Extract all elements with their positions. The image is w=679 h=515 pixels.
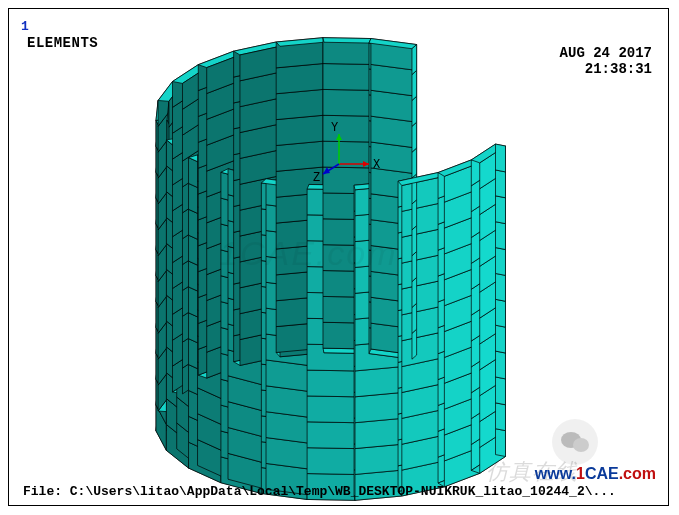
mesh-element xyxy=(496,196,506,224)
mesh-element xyxy=(412,122,417,152)
mesh-element xyxy=(276,115,323,145)
mesh-viewport[interactable]: X Y Z xyxy=(9,9,670,507)
mesh-element xyxy=(496,273,506,301)
mesh-element xyxy=(355,444,402,474)
mesh-element xyxy=(496,377,506,405)
mesh-element xyxy=(355,367,402,397)
triad-x-label: X xyxy=(373,158,380,172)
mesh-element xyxy=(276,141,323,171)
mesh-element xyxy=(323,89,371,116)
mesh-element xyxy=(307,370,355,397)
mesh-element xyxy=(412,45,417,75)
mesh-element xyxy=(412,148,417,178)
mesh-element xyxy=(276,64,323,94)
mesh-element xyxy=(496,144,506,172)
triad-y-label: Y xyxy=(331,121,338,135)
mesh-element xyxy=(496,351,506,379)
mesh-element xyxy=(412,226,417,256)
mesh-element xyxy=(307,448,355,475)
mesh-element xyxy=(496,170,506,198)
mesh-element xyxy=(412,96,417,126)
mesh-element xyxy=(355,418,402,448)
mesh-element xyxy=(496,325,506,353)
mesh-element xyxy=(496,429,506,457)
mesh-element xyxy=(412,329,417,359)
mesh-element xyxy=(412,252,417,282)
mesh-element xyxy=(496,299,506,327)
mesh-element xyxy=(276,89,323,119)
mesh-element xyxy=(496,222,506,250)
mesh-element xyxy=(496,403,506,431)
mesh-element xyxy=(307,396,355,423)
mesh-element xyxy=(412,303,417,333)
mesh-element xyxy=(323,64,371,91)
mesh-element xyxy=(323,38,371,43)
file-path-line: File: C:\Users\litao\AppData\Local\Temp\… xyxy=(23,484,616,499)
mesh-element xyxy=(355,393,402,423)
mesh-element xyxy=(412,200,417,230)
mesh-element xyxy=(412,70,417,100)
mesh-element xyxy=(307,422,355,449)
triad-z-label: Z xyxy=(313,171,320,185)
mesh-element xyxy=(496,248,506,276)
mesh-element xyxy=(412,277,417,307)
plot-frame: 1 ELEMENTS AUG 24 2017 21:38:31 X Y Z Fi… xyxy=(8,8,669,506)
